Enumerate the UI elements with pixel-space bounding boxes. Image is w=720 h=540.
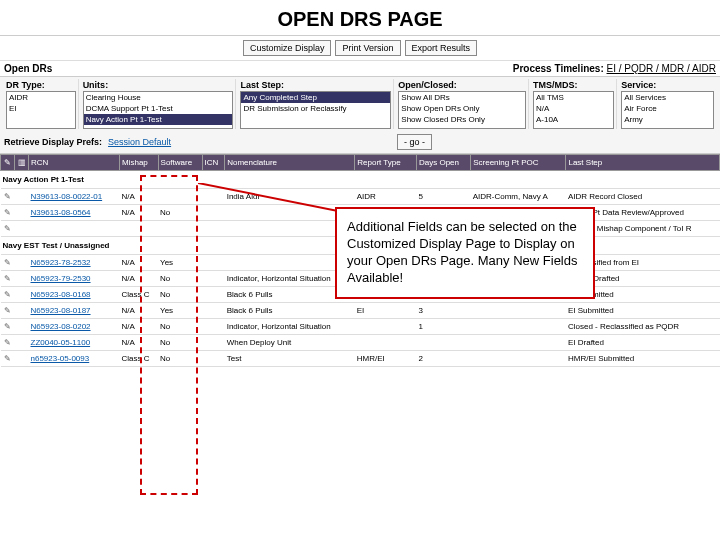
view-icon[interactable] [15,221,29,237]
service-listbox[interactable]: All Services Air Force Army [621,91,714,129]
mishap-cell: N/A [120,303,159,319]
col-icn[interactable]: ICN [202,155,225,171]
rcn-cell[interactable]: ZZ0040-05-1100 [29,335,120,351]
days-open-cell: 5 [417,189,471,205]
view-icon[interactable] [15,351,29,367]
rcn-cell[interactable]: N65923-08-0187 [29,303,120,319]
svc-opt-2[interactable]: Army [622,114,713,125]
units-opt-0[interactable]: Clearing House [84,92,233,103]
edit-icon[interactable]: ✎ [1,335,15,351]
rcn-cell[interactable]: N65923-08-0202 [29,319,120,335]
edit-icon[interactable]: ✎ [1,221,15,237]
edit-icon[interactable]: ✎ [1,255,15,271]
icn-cell [202,351,225,367]
days-open-cell: 2 [417,351,471,367]
svc-opt-0[interactable]: All Services [622,92,713,103]
mishap-cell: N/A [120,271,159,287]
units-label: Units: [83,79,234,91]
mishap-cell: N/A [120,205,159,221]
timelines-links[interactable]: EI / PQDR / MDR / AIDR [607,63,716,74]
tmsmds-listbox[interactable]: All TMS N/A A-10A [533,91,614,129]
tms-opt-0[interactable]: All TMS [534,92,613,103]
filter-row: DR Type: AIDR EI Units: Clearing House D… [0,77,720,131]
oc-opt-0[interactable]: Show All DRs [399,92,525,103]
drtype-label: DR Type: [6,79,76,91]
go-button[interactable]: - go - [397,134,432,150]
rcn-cell[interactable]: N65923-79-2530 [29,271,120,287]
nomenclature-cell: Indicator, Horizontal Situation [225,319,355,335]
view-icon[interactable] [15,189,29,205]
report-type-cell: HMR/EI [355,351,417,367]
laststep-opt-1[interactable]: DR Submission or Reclassify [241,103,390,114]
laststep-listbox[interactable]: Any Completed Step DR Submission or Recl… [240,91,391,129]
rcn-cell[interactable]: N39613-08-0564 [29,205,120,221]
col-report-type[interactable]: Report Type [355,155,417,171]
poc-cell [471,351,566,367]
view-icon[interactable] [15,319,29,335]
mishap-cell: Class C [120,351,159,367]
table-row: ✎ZZ0040-05-1100N/ANoWhen Deploy UnitEI D… [1,335,720,351]
tmsmds-label: TMS/MDS: [533,79,614,91]
days-open-cell: 1 [417,319,471,335]
edit-icon[interactable]: ✎ [1,287,15,303]
view-icon[interactable] [15,271,29,287]
col-nomenclature[interactable]: Nomenclature [225,155,355,171]
export-results-button[interactable]: Export Results [405,40,478,56]
rcn-cell[interactable] [29,221,120,237]
edit-icon[interactable]: ✎ [1,271,15,287]
drtype-listbox[interactable]: AIDR EI [6,91,76,129]
customize-display-button[interactable]: Customize Display [243,40,332,56]
software-cell [158,189,202,205]
session-default-link[interactable]: Session Default [108,137,171,147]
col-screening-poc[interactable]: Screening Pt POC [471,155,566,171]
edit-icon[interactable]: ✎ [1,189,15,205]
nomenclature-cell: Black 6 Pulls [225,303,355,319]
last-step-cell: HMR/EI Submitted [566,351,720,367]
rcn-cell[interactable]: N65923-08-0168 [29,287,120,303]
edit-icon[interactable]: ✎ [1,303,15,319]
col-software[interactable]: Software [158,155,202,171]
nomenclature-cell: India Aidr [225,189,355,205]
last-step-cell: EI Drafted [566,335,720,351]
tms-opt-2[interactable]: A-10A [534,114,613,125]
view-icon[interactable] [15,255,29,271]
rcn-cell[interactable]: N39613-08-0022-01 [29,189,120,205]
view-icon[interactable] [15,205,29,221]
oc-opt-1[interactable]: Show Open DRs Only [399,103,525,114]
units-opt-2[interactable]: Navy Action Pt 1-Test [84,114,233,125]
col-mishap[interactable]: Mishap [120,155,159,171]
drtype-opt-1[interactable]: EI [7,103,75,114]
openclosed-listbox[interactable]: Show All DRs Show Open DRs Only Show Clo… [398,91,526,129]
print-version-button[interactable]: Print Version [335,40,400,56]
edit-icon[interactable]: ✎ [1,351,15,367]
table-row: ✎N39613-08-0022-01N/AIndia AidrAIDR5AIDR… [1,189,720,205]
laststep-opt-0[interactable]: Any Completed Step [241,92,390,103]
view-icon[interactable] [15,287,29,303]
mishap-cell: Class C [120,287,159,303]
col-last-step[interactable]: Last Step [566,155,720,171]
report-type-cell [355,335,417,351]
rcn-cell[interactable]: n65923-05-0093 [29,351,120,367]
view-icon[interactable] [15,303,29,319]
icn-cell [202,287,225,303]
drtype-opt-0[interactable]: AIDR [7,92,75,103]
software-cell: No [158,205,202,221]
edit-icon[interactable]: ✎ [1,205,15,221]
tms-opt-1[interactable]: N/A [534,103,613,114]
mishap-cell: N/A [120,335,159,351]
units-opt-1[interactable]: DCMA Support Pt 1-Test [84,103,233,114]
section-header: Open DRs Process Timelines: EI / PQDR / … [0,61,720,77]
col-days-open[interactable]: Days Open [417,155,471,171]
col-rcn[interactable]: RCN [29,155,120,171]
prefs-label: Retrieve Display Prefs: [4,137,102,147]
open-drs-heading: Open DRs [4,63,52,74]
edit-icon[interactable]: ✎ [1,319,15,335]
view-icon[interactable] [15,335,29,351]
top-button-bar: Customize Display Print Version Export R… [0,36,720,61]
svc-opt-1[interactable]: Air Force [622,103,713,114]
timelines-label: Process Timelines: [513,63,604,74]
rcn-cell[interactable]: N65923-78-2532 [29,255,120,271]
oc-opt-2[interactable]: Show Closed DRs Only [399,114,525,125]
units-listbox[interactable]: Clearing House DCMA Support Pt 1-Test Na… [83,91,234,129]
prefs-row: Retrieve Display Prefs: Session Default … [0,131,720,154]
